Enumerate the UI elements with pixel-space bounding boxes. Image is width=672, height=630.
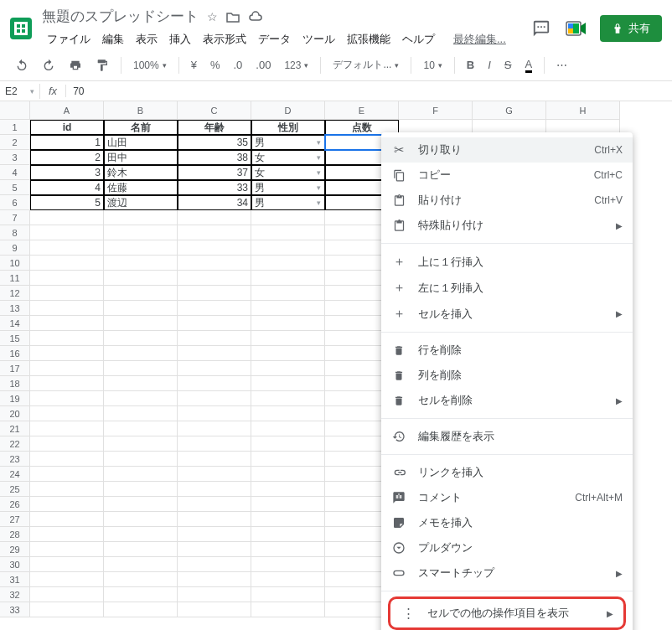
row-header[interactable]: 21 bbox=[0, 421, 30, 436]
cell[interactable] bbox=[251, 527, 325, 542]
cell[interactable] bbox=[251, 572, 325, 587]
menu-extensions[interactable]: 拡張機能 bbox=[342, 29, 395, 49]
cell[interactable]: 33 bbox=[178, 180, 251, 195]
cell[interactable] bbox=[30, 482, 104, 497]
cm-comment[interactable]: コメント Ctrl+Alt+M bbox=[381, 485, 633, 510]
meet-icon[interactable] bbox=[565, 17, 588, 40]
cell[interactable]: 34 bbox=[178, 195, 251, 210]
cell[interactable] bbox=[251, 452, 325, 467]
cell[interactable]: 名前 bbox=[104, 120, 178, 135]
col-header[interactable]: D bbox=[251, 101, 325, 120]
cell[interactable] bbox=[30, 587, 104, 602]
cell[interactable] bbox=[178, 225, 251, 240]
cell[interactable] bbox=[30, 361, 104, 376]
cell[interactable]: 38 bbox=[178, 150, 251, 165]
cell[interactable] bbox=[104, 316, 178, 331]
print-icon[interactable] bbox=[64, 55, 87, 75]
cell[interactable]: 渡辺 bbox=[104, 195, 178, 210]
decrease-decimal-icon[interactable]: .0 bbox=[229, 55, 248, 75]
cell[interactable] bbox=[104, 240, 178, 256]
cell[interactable] bbox=[251, 240, 325, 256]
last-edit[interactable]: 最終編集... bbox=[448, 29, 511, 49]
cell[interactable] bbox=[104, 557, 178, 572]
cell[interactable] bbox=[251, 587, 325, 602]
row-header[interactable]: 17 bbox=[0, 361, 30, 376]
cm-cut[interactable]: ✂ 切り取り Ctrl+X bbox=[381, 137, 633, 163]
cell[interactable] bbox=[251, 286, 325, 301]
cell[interactable] bbox=[30, 452, 104, 467]
cell[interactable] bbox=[178, 240, 251, 256]
row-header[interactable]: 5 bbox=[0, 180, 30, 195]
undo-icon[interactable] bbox=[10, 55, 34, 75]
cell[interactable] bbox=[104, 452, 178, 467]
cell[interactable] bbox=[251, 436, 325, 452]
cell[interactable] bbox=[104, 286, 178, 301]
cell[interactable] bbox=[104, 497, 178, 512]
cell[interactable] bbox=[251, 316, 325, 331]
cell[interactable] bbox=[104, 225, 178, 240]
row-header[interactable]: 2 bbox=[0, 135, 30, 150]
cell[interactable] bbox=[30, 527, 104, 542]
cell[interactable] bbox=[251, 346, 325, 361]
row-header[interactable]: 26 bbox=[0, 497, 30, 512]
name-box[interactable]: E2▾ bbox=[0, 84, 40, 99]
cell[interactable] bbox=[30, 467, 104, 482]
col-header[interactable]: G bbox=[473, 101, 546, 120]
cell[interactable] bbox=[30, 376, 104, 391]
row-header[interactable]: 19 bbox=[0, 391, 30, 406]
cell[interactable] bbox=[104, 256, 178, 271]
cell[interactable] bbox=[178, 542, 251, 557]
cell[interactable] bbox=[178, 512, 251, 527]
row-header[interactable]: 23 bbox=[0, 452, 30, 467]
cell[interactable] bbox=[30, 572, 104, 587]
currency-icon[interactable]: ¥ bbox=[186, 55, 202, 75]
cell[interactable]: 男 bbox=[251, 195, 325, 210]
cm-delete-cells[interactable]: セルを削除 ▶ bbox=[381, 388, 633, 413]
cell[interactable] bbox=[178, 391, 251, 406]
cell[interactable]: 年齢 bbox=[178, 120, 251, 135]
cell[interactable] bbox=[178, 346, 251, 361]
cell[interactable]: 男 bbox=[251, 180, 325, 195]
cm-paste[interactable]: 貼り付け Ctrl+V bbox=[381, 188, 633, 213]
cell[interactable] bbox=[251, 301, 325, 316]
row-header[interactable]: 4 bbox=[0, 165, 30, 180]
menu-edit[interactable]: 編集 bbox=[97, 29, 129, 49]
cell[interactable] bbox=[251, 406, 325, 421]
menu-format[interactable]: 表示形式 bbox=[198, 29, 251, 49]
cell[interactable] bbox=[104, 210, 178, 225]
row-header[interactable]: 16 bbox=[0, 346, 30, 361]
cell[interactable] bbox=[178, 482, 251, 497]
sheets-logo[interactable] bbox=[10, 18, 32, 39]
cell[interactable] bbox=[251, 271, 325, 286]
row-header[interactable]: 33 bbox=[0, 602, 30, 617]
cell[interactable]: 1 bbox=[30, 135, 104, 150]
cell[interactable] bbox=[178, 602, 251, 617]
move-icon[interactable] bbox=[226, 11, 240, 23]
row-header[interactable]: 25 bbox=[0, 482, 30, 497]
cell[interactable] bbox=[178, 256, 251, 271]
cm-delete-col[interactable]: 列を削除 bbox=[381, 363, 633, 388]
row-header[interactable]: 8 bbox=[0, 225, 30, 240]
cell[interactable] bbox=[178, 376, 251, 391]
cell[interactable] bbox=[30, 602, 104, 617]
more-toolbar-icon[interactable]: ⋯ bbox=[551, 55, 572, 75]
cell[interactable] bbox=[178, 572, 251, 587]
cm-copy[interactable]: コピー Ctrl+C bbox=[381, 163, 633, 188]
cell[interactable] bbox=[104, 271, 178, 286]
cm-paste-special[interactable]: 特殊貼り付け ▶ bbox=[381, 213, 633, 238]
row-header[interactable]: 18 bbox=[0, 376, 30, 391]
cell[interactable]: id bbox=[30, 120, 104, 135]
cell[interactable] bbox=[178, 271, 251, 286]
cm-insert-row-above[interactable]: ＋ 上に１行挿入 bbox=[381, 249, 633, 275]
cell[interactable] bbox=[104, 542, 178, 557]
cell[interactable] bbox=[30, 542, 104, 557]
col-header[interactable]: B bbox=[104, 101, 178, 120]
cell[interactable]: 35 bbox=[178, 135, 251, 150]
cm-insert-note[interactable]: メモを挿入 bbox=[381, 510, 633, 535]
cell[interactable] bbox=[178, 467, 251, 482]
cell[interactable] bbox=[104, 587, 178, 602]
cell[interactable] bbox=[251, 542, 325, 557]
row-header[interactable]: 10 bbox=[0, 256, 30, 271]
cell[interactable]: 4 bbox=[30, 180, 104, 195]
cell[interactable] bbox=[251, 331, 325, 346]
